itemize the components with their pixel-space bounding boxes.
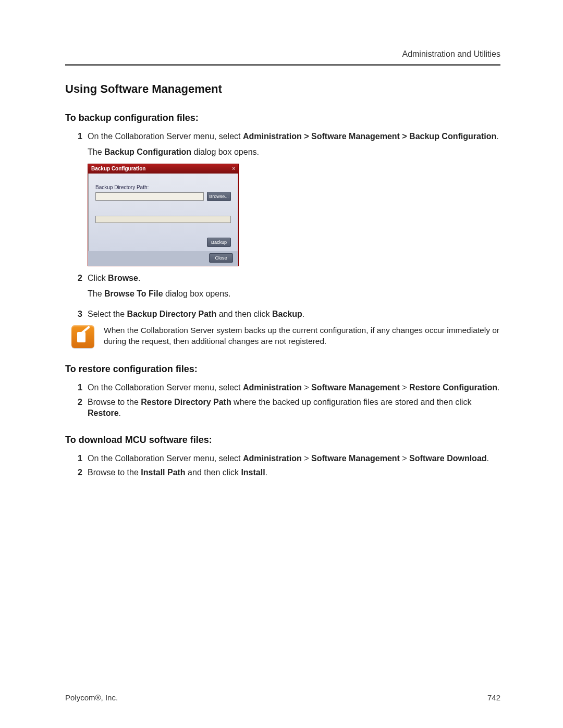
step-body: On the Collaboration Server menu, select… <box>88 382 500 393</box>
close-button[interactable]: Close <box>209 253 233 263</box>
step-number: 3 <box>73 309 82 320</box>
text: . <box>138 274 140 282</box>
text: Select the <box>88 310 127 318</box>
list-item: 3 Select the Backup Directory Path and t… <box>73 309 500 320</box>
ui-label: Software Download <box>409 454 486 463</box>
text: On the Collaboration Server menu, select <box>88 383 243 392</box>
backup-config-dialog: Backup Configuration × Backup Directory … <box>88 164 239 266</box>
dialog-name: Backup Configuration <box>104 147 191 156</box>
text: Browse to the <box>88 468 141 477</box>
step-number: 2 <box>73 397 82 419</box>
step-body: Browse to the Install Path and then clic… <box>88 467 500 478</box>
ui-label: Administration <box>243 454 302 463</box>
pencil-icon <box>76 330 90 343</box>
step-body: On the Collaboration Server menu, select… <box>88 453 500 464</box>
restore-heading: To restore configuration files: <box>65 364 500 375</box>
text: > <box>400 454 409 463</box>
dialog-footer: Close <box>88 251 238 266</box>
page-title: Using Software Management <box>65 82 500 96</box>
list-item: 1 On the Collaboration Server menu, sele… <box>73 382 500 393</box>
step-body: Click Browse. The Browse To File dialog … <box>88 273 500 305</box>
ui-label: Restore Directory Path <box>141 398 231 406</box>
text: , Inc. <box>101 693 118 702</box>
text: . <box>302 310 304 318</box>
browse-button[interactable]: Browse... <box>207 192 231 201</box>
dialog-actions: Backup <box>95 238 231 247</box>
list-item: 1 On the Collaboration Server menu, sele… <box>73 453 500 464</box>
document-page: Administration and Utilities Using Softw… <box>0 0 563 728</box>
text: Click <box>88 274 108 282</box>
path-row: Browse... <box>95 192 231 201</box>
page-number: 742 <box>487 693 500 702</box>
progress-bar <box>95 216 231 223</box>
step-body: Browse to the Restore Directory Path whe… <box>88 397 500 419</box>
step-result: The Backup Configuration dialog box open… <box>88 146 500 158</box>
field-label: Backup Directory Path: <box>95 184 231 191</box>
download-heading: To download MCU software files: <box>65 435 500 446</box>
text: . <box>497 383 499 392</box>
ui-label: Software Management <box>311 383 400 392</box>
step-body: Select the Backup Directory Path and the… <box>88 309 500 320</box>
text: On the Collaboration Server menu, select <box>88 132 243 141</box>
ui-label: Administration <box>243 383 302 392</box>
ui-label: Backup Directory Path <box>127 310 217 318</box>
text: dialog box opens. <box>163 289 231 298</box>
step-number: 2 <box>73 273 82 305</box>
step-number: 1 <box>73 453 82 464</box>
dialog-name: Browse To File <box>104 289 163 298</box>
text: . <box>496 132 498 141</box>
directory-path-input[interactable] <box>95 192 204 201</box>
list-item: 2 Browse to the Install Path and then cl… <box>73 467 500 478</box>
ui-label: Install <box>241 468 265 477</box>
text: and then click <box>186 468 241 477</box>
text: dialog box opens. <box>191 147 259 156</box>
download-steps: 1 On the Collaboration Server menu, sele… <box>65 453 500 478</box>
text: > <box>302 454 311 463</box>
company-name: Polycom®, Inc. <box>65 693 118 702</box>
menu-path: Administration > Software Management > B… <box>243 132 496 141</box>
text: > <box>400 383 409 392</box>
dialog-title: Backup Configuration <box>91 165 145 172</box>
step-result: The Browse To File dialog box opens. <box>88 288 500 300</box>
header-rule <box>65 64 500 66</box>
dialog-titlebar: Backup Configuration × <box>88 164 238 174</box>
step-number: 1 <box>73 131 82 269</box>
ui-label: Install Path <box>141 468 185 477</box>
registered-symbol: ® <box>95 693 101 702</box>
backup-heading: To backup configuration files: <box>65 113 500 124</box>
restore-steps: 1 On the Collaboration Server menu, sele… <box>65 382 500 419</box>
running-header: Administration and Utilities <box>65 50 500 59</box>
step-number: 1 <box>73 382 82 393</box>
note-icon <box>71 325 94 348</box>
text: . <box>119 409 121 417</box>
text: Browse to the <box>88 398 141 406</box>
dialog-body: Backup Directory Path: Browse... Backup <box>88 174 238 252</box>
text: The <box>88 289 104 298</box>
text: Polycom <box>65 693 95 702</box>
ui-label: Software Management <box>311 454 400 463</box>
step-number: 2 <box>73 467 82 478</box>
text: > <box>302 383 311 392</box>
ui-label: Restore Configuration <box>409 383 497 392</box>
list-item: 1 On the Collaboration Server menu, sele… <box>73 131 500 269</box>
page-footer: Polycom®, Inc. 742 <box>65 693 500 702</box>
text: where the backed up configuration files … <box>231 398 472 406</box>
list-item: 2 Browse to the Restore Directory Path w… <box>73 397 500 419</box>
note-text: When the Collaboration Server system bac… <box>104 325 500 348</box>
ui-label: Browse <box>108 274 138 282</box>
text: . <box>265 468 267 477</box>
ui-label: Backup <box>272 310 302 318</box>
ui-label: Restore <box>88 409 119 417</box>
text: On the Collaboration Server menu, select <box>88 454 243 463</box>
text: and then click <box>216 310 272 318</box>
list-item: 2 Click Browse. The Browse To File dialo… <box>73 273 500 305</box>
note-block: When the Collaboration Server system bac… <box>71 325 500 348</box>
backup-button[interactable]: Backup <box>207 238 231 247</box>
step-body: On the Collaboration Server menu, select… <box>88 131 500 269</box>
backup-steps: 1 On the Collaboration Server menu, sele… <box>65 131 500 320</box>
close-icon[interactable]: × <box>232 165 235 172</box>
text: . <box>487 454 489 463</box>
text: The <box>88 147 104 156</box>
